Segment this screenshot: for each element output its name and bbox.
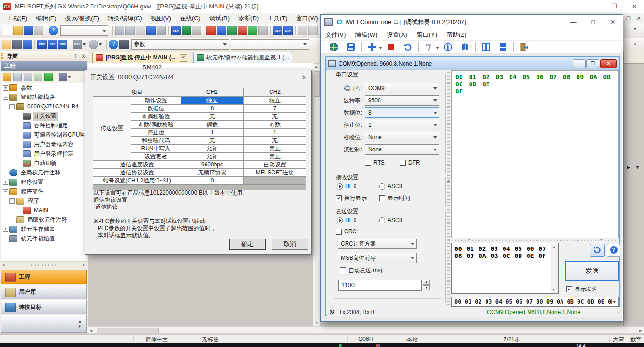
vscroll-thumb[interactable] [314, 71, 320, 97]
send-text-area[interactable]: 00 01 02 03 04 05 06 07 08 09 0A 0B 0C 0… [451, 243, 559, 294]
redo-icon[interactable] [157, 26, 166, 35]
print-icon[interactable] [34, 26, 43, 35]
checkbox-icon[interactable] [400, 160, 406, 166]
module-config-icon[interactable] [12, 40, 22, 49]
collapse-icon[interactable]: − [3, 189, 8, 194]
toolbar-overflow-icon[interactable]: ▾= [634, 26, 636, 36]
ok-button[interactable]: 确定 [229, 239, 266, 250]
mdi-restore-icon[interactable]: ❐ [623, 13, 634, 24]
tab-main-program[interactable]: [PRG]监视 停止中 MAIN (... ✕ [92, 52, 190, 64]
checkbox-icon[interactable] [340, 267, 346, 273]
cell-ch2[interactable]: 1 [244, 129, 306, 137]
cell-ch2[interactable]: 奇数 [244, 121, 306, 129]
recv-ascii-radio[interactable]: ASCII [379, 183, 402, 190]
menu-online[interactable]: 在线(O) [175, 13, 205, 24]
tree-item-program-setting[interactable]: + 程序设置 [1, 177, 87, 187]
navigation-window-icon[interactable] [2, 40, 11, 49]
scroll-up-icon[interactable]: ▲ [313, 65, 320, 69]
databits-combo[interactable]: 8 [365, 107, 439, 118]
radio-off-icon[interactable] [379, 217, 385, 223]
cell-ch1[interactable]: 9600bps [181, 161, 244, 169]
cell-ch1[interactable]: 0 [181, 177, 244, 185]
showtime-checkbox[interactable]: 显示时间 [379, 194, 410, 202]
help-small-button[interactable]: ? [607, 244, 620, 257]
cell-ch1[interactable]: 偶数 [181, 121, 244, 129]
send-history-combo[interactable]: 00 01 02 03 04 05 06 07 08 09 0A 0B 0C 0… [451, 297, 619, 307]
info-icon[interactable] [443, 42, 453, 52]
stop-icon[interactable] [386, 42, 396, 52]
splitter-collapse-icon[interactable]: ◂ [447, 179, 449, 183]
write-to-plc-icon[interactable] [206, 26, 216, 35]
scroll-left-icon[interactable]: ◀ [90, 329, 92, 333]
editor-hscrollbar[interactable]: ◀ ▶ [88, 326, 644, 334]
recv-hex-radio[interactable]: HEX [337, 183, 357, 190]
nav-button-user-library[interactable]: 用户库 [1, 285, 87, 299]
help-icon[interactable]: ? [49, 26, 58, 35]
tree-item-various-control[interactable]: 各种控制指定 [1, 121, 87, 130]
radio-off-icon[interactable] [379, 183, 385, 190]
cell-ch2[interactable]: 自动设置 [244, 161, 306, 169]
send-hex-radio[interactable]: HEX [337, 217, 357, 223]
taskbar-app-icon[interactable] [339, 344, 342, 347]
tree-item-main[interactable]: MAIN [1, 206, 87, 215]
new-item-icon[interactable] [3, 73, 11, 81]
nav-button-connection[interactable]: 连接目标 [1, 300, 87, 314]
checkbox-icon[interactable] [365, 160, 371, 166]
ct-menu-help[interactable]: 帮助(Z) [442, 31, 471, 39]
resend-icon[interactable] [403, 42, 413, 52]
scroll-down-icon[interactable]: ▼ [315, 321, 319, 325]
baud-combo[interactable]: 9600 [365, 95, 439, 106]
read-from-plc-icon[interactable] [217, 26, 226, 35]
chevron-down-icon[interactable] [436, 47, 439, 51]
scroll-down-icon[interactable]: ▼ [553, 288, 555, 292]
nav-hscrollbar[interactable]: < > [1, 261, 87, 268]
expand-icon[interactable]: + [3, 180, 8, 185]
undo-icon[interactable] [146, 26, 156, 35]
scroll-left-icon[interactable]: < [3, 263, 6, 268]
tree-item-intelligent-module[interactable]: − 智能功能模块 [1, 92, 87, 102]
chevron-down-icon[interactable]: ▾ [78, 324, 81, 329]
rts-checkbox[interactable]: RTS [365, 159, 385, 166]
tab-close-icon[interactable]: ✕ [180, 54, 187, 62]
tile-horizontal-icon[interactable] [498, 42, 508, 52]
editor-vscrollbar[interactable]: ▲ ▼ [313, 63, 320, 326]
ct-menu-file[interactable]: 文件(V) [321, 31, 350, 39]
tile-vertical-icon[interactable] [481, 42, 491, 52]
mdi-close-icon[interactable]: ✕ [634, 13, 644, 24]
chevron-down-icon[interactable] [67, 76, 71, 80]
device-display-icon[interactable]: DEV [73, 40, 82, 49]
dialog-close-icon[interactable]: ✕ [297, 74, 311, 81]
stopbits-combo[interactable]: 1 [365, 120, 439, 130]
checkbox-icon[interactable] [336, 229, 342, 235]
cell-ch1[interactable]: 允许 [181, 153, 244, 161]
statement-icon[interactable] [308, 26, 318, 35]
save-project-icon[interactable] [24, 26, 33, 35]
cell-ch1[interactable]: 1 [181, 129, 244, 137]
buffer-monitor-icon[interactable]: DEV [58, 40, 67, 49]
toolbar-combo-empty[interactable] [60, 25, 108, 36]
tree-item-user-frame-spec[interactable]: 用户登录框指定 [1, 149, 87, 158]
dialog-titlebar[interactable]: 开关设置 0000:QJ71C24N-R4 ✕ [85, 70, 311, 84]
tools-hammer-icon[interactable] [424, 42, 434, 52]
menu-edit[interactable]: 编辑(E) [32, 13, 60, 24]
cut-icon[interactable] [115, 26, 124, 35]
checkbox-checked-icon[interactable]: ✓ [336, 195, 342, 201]
copy-icon[interactable] [125, 26, 135, 35]
radio-on-icon[interactable] [337, 183, 343, 190]
radio-on-icon[interactable] [337, 217, 343, 223]
new-project-icon[interactable] [3, 26, 12, 35]
show-send-checkbox[interactable]: ✓显示发送 [566, 285, 597, 293]
ct-close-button[interactable]: ✕ [603, 15, 623, 30]
menu-diagnostics[interactable]: 诊断(D) [234, 13, 263, 24]
menu-debug[interactable]: 调试(B) [205, 13, 234, 24]
ladder-editor[interactable]: SM402 [88, 63, 313, 70]
cell-ch2[interactable]: 无 [244, 137, 306, 145]
monitor-stop-icon[interactable] [238, 26, 247, 35]
paste-icon[interactable] [136, 26, 145, 35]
scroll-up-icon[interactable]: ▲ [551, 245, 558, 249]
dtr-checkbox[interactable]: DTR [400, 159, 420, 166]
open-project-icon[interactable] [13, 26, 23, 35]
refresh-icon[interactable] [44, 73, 53, 81]
spin-up-icon[interactable]: ▲ [423, 280, 430, 285]
resend-small-button[interactable] [590, 244, 605, 257]
